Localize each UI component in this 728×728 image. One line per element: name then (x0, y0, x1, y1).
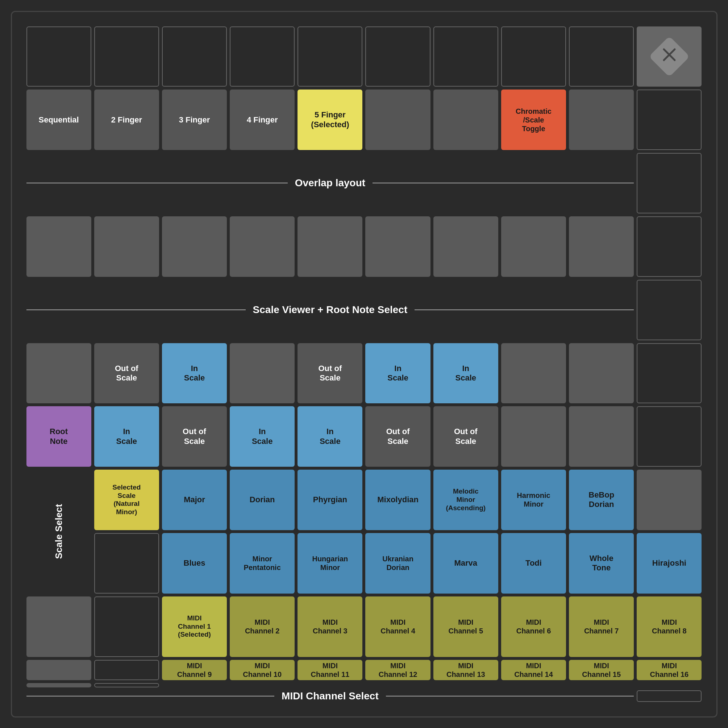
cell-r1c7 (433, 26, 498, 87)
r5c4-in-scale: InScale (230, 406, 295, 467)
r4c3-in-scale: InScale (162, 343, 227, 404)
r4c1 (26, 343, 91, 404)
midi-ch2-btn[interactable]: MIDIChannel 2 (230, 596, 295, 657)
r3c4 (230, 216, 295, 277)
r3c3 (162, 216, 227, 277)
hirajoshi-btn[interactable]: Hirajoshi (637, 533, 702, 593)
blues-btn[interactable]: Blues (162, 533, 227, 593)
r4c4 (230, 343, 295, 404)
midi-ch6-btn[interactable]: MIDIChannel 6 (501, 596, 566, 657)
r6c10 (94, 533, 159, 593)
r3c5 (298, 216, 362, 277)
cell-r1c4 (230, 26, 295, 87)
mixolydian-btn[interactable]: Mixolydian (365, 470, 430, 530)
r3c6 (365, 216, 430, 277)
overlap-col10 (637, 153, 702, 213)
r4c6-in-scale: InScale (365, 343, 430, 404)
cell-r1c9 (569, 26, 634, 87)
logo-inner (660, 46, 678, 67)
r3c9 (569, 216, 634, 277)
dorian-btn[interactable]: Dorian (230, 470, 295, 530)
midi-ch11-btn[interactable]: MIDIChannel 11 (298, 660, 362, 680)
r4c2-out-of-scale: Out ofScale (94, 343, 159, 404)
midi-ch3-btn[interactable]: MIDIChannel 3 (298, 596, 362, 657)
midi-ch1-btn[interactable]: MIDIChannel 1(Selected) (162, 596, 227, 657)
r3c10 (637, 216, 702, 277)
r2c9 (569, 90, 634, 150)
cell-r1c1 (26, 26, 91, 87)
midi-ch13-btn[interactable]: MIDIChannel 13 (433, 660, 498, 680)
r4c10 (637, 343, 702, 404)
r3c8 (501, 216, 566, 277)
r5c3-out-of-scale: Out ofScale (162, 406, 227, 467)
r4c8 (501, 343, 566, 404)
ukranian-dorian-btn[interactable]: UkranianDorian (365, 533, 430, 593)
cell-r1c5 (298, 26, 362, 87)
midi-ch7-btn[interactable]: MIDIChannel 7 (569, 596, 634, 657)
midi-ch14-btn[interactable]: MIDIChannel 14 (501, 660, 566, 680)
r5c8 (501, 406, 566, 467)
r3c2 (94, 216, 159, 277)
r9c10 (94, 683, 159, 687)
overlap-layout-label: Overlap layout (26, 153, 634, 213)
whole-tone-btn[interactable]: WholeTone (569, 533, 634, 593)
cell-r1c6 (365, 26, 430, 87)
logo-icon (648, 36, 690, 77)
midi-ch15-btn[interactable]: MIDIChannel 15 (569, 660, 634, 680)
r4c7-in-scale: InScale (433, 343, 498, 404)
midi-ch10-btn[interactable]: MIDIChannel 10 (230, 660, 295, 680)
root-note-btn[interactable]: RootNote (26, 406, 91, 467)
midi-ch9-btn[interactable]: MIDIChannel 9 (162, 660, 227, 680)
r6c9 (637, 470, 702, 530)
bebop-dorian-btn[interactable]: BeBopDorian (569, 470, 634, 530)
selected-scale-btn[interactable]: SelectedScale(NaturalMinor) (94, 470, 159, 530)
r5c9 (569, 406, 634, 467)
four-finger-btn[interactable]: 4 Finger (230, 90, 295, 150)
todi-btn[interactable]: Todi (501, 533, 566, 593)
grid-container: Sequential 2 Finger 3 Finger 4 Finger 5 … (26, 26, 702, 702)
main-panel: Sequential 2 Finger 3 Finger 4 Finger 5 … (11, 11, 717, 717)
r5c6-out-of-scale: Out ofScale (365, 406, 430, 467)
scale-select-label: Scale Select (26, 470, 91, 593)
r7c9 (26, 596, 91, 657)
r4c9 (569, 343, 634, 404)
r5c5-in-scale: InScale (298, 406, 362, 467)
midi-label-col10 (637, 690, 702, 702)
midi-ch12-btn[interactable]: MIDIChannel 12 (365, 660, 430, 680)
r2c10 (637, 90, 702, 150)
scale-viewer-label: Scale Viewer + Root Note Select (26, 280, 634, 340)
midi-ch5-btn[interactable]: MIDIChannel 5 (433, 596, 498, 657)
r5c2-in-scale: InScale (94, 406, 159, 467)
cell-r1c2 (94, 26, 159, 87)
melodic-minor-btn[interactable]: MelodicMinor(Ascending) (433, 470, 498, 530)
logo-cell (637, 26, 702, 87)
hungarian-minor-btn[interactable]: HungarianMinor (298, 533, 362, 593)
chromatic-scale-toggle-btn[interactable]: Chromatic/ScaleToggle (501, 90, 566, 150)
sequential-btn[interactable]: Sequential (26, 90, 91, 150)
r8c9 (26, 660, 91, 680)
harmonic-minor-btn[interactable]: HarmonicMinor (501, 470, 566, 530)
r2c6 (365, 90, 430, 150)
midi-ch4-btn[interactable]: MIDIChannel 4 (365, 596, 430, 657)
midi-ch8-btn[interactable]: MIDIChannel 8 (637, 596, 702, 657)
major-btn[interactable]: Major (162, 470, 227, 530)
r7c10 (94, 596, 159, 657)
r9c9 (26, 683, 91, 687)
r5c7-out-of-scale: Out ofScale (433, 406, 498, 467)
r8c10 (94, 660, 159, 680)
midi-ch16-btn[interactable]: MIDIChannel 16 (637, 660, 702, 680)
cell-r1c8 (501, 26, 566, 87)
marva-btn[interactable]: Marva (433, 533, 498, 593)
midi-channel-select-label: MIDI Channel Select (26, 690, 634, 702)
r3c1 (26, 216, 91, 277)
r3c7 (433, 216, 498, 277)
phyrgian-btn[interactable]: Phyrgian (298, 470, 362, 530)
three-finger-btn[interactable]: 3 Finger (162, 90, 227, 150)
two-finger-btn[interactable]: 2 Finger (94, 90, 159, 150)
scale-viewer-col10 (637, 280, 702, 340)
r5c10 (637, 406, 702, 467)
cell-r1c3 (162, 26, 227, 87)
minor-pentatonic-btn[interactable]: MinorPentatonic (230, 533, 295, 593)
five-finger-btn[interactable]: 5 Finger(Selected) (298, 90, 362, 150)
r2c7 (433, 90, 498, 150)
